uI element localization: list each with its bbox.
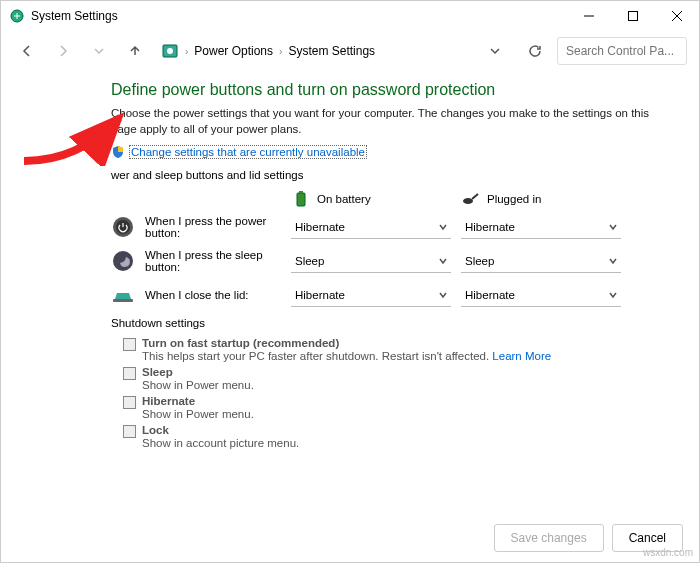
watermark: wsxdn.com [643,547,693,558]
opt-sub: Show in Power menu. [142,408,254,420]
minimize-button[interactable] [567,1,611,31]
close-button[interactable] [655,1,699,31]
power-plugged-dropdown[interactable]: Hibernate [461,215,621,239]
lid-plugged-dropdown[interactable]: Hibernate [461,283,621,307]
opt-sub: This helps start your PC faster after sh… [142,350,551,362]
content: Define power buttons and turn on passwor… [1,71,699,449]
column-headers: On battery Plugged in [291,189,669,209]
sleep-plugged-dropdown[interactable]: Sleep [461,249,621,273]
checkbox-sleep[interactable] [123,367,136,380]
svg-rect-8 [299,191,303,193]
checkbox-fast-startup[interactable] [123,338,136,351]
window-title: System Settings [31,9,567,23]
opt-title: Sleep [142,366,254,378]
row-label: When I close the lid: [145,289,291,301]
shield-icon [111,145,125,159]
column-label: On battery [317,193,371,205]
change-settings-row: Change settings that are currently unava… [111,145,669,159]
opt-title: Lock [142,424,299,436]
maximize-button[interactable] [611,1,655,31]
opt-lock: Lock Show in account picture menu. [123,424,669,449]
save-button[interactable]: Save changes [494,524,604,552]
breadcrumb-icon [161,42,179,60]
svg-rect-13 [113,299,133,302]
breadcrumb-power-options[interactable]: Power Options [194,44,273,58]
chevron-right-icon: › [279,46,282,57]
battery-icon [291,189,311,209]
learn-more-link[interactable]: Learn More [492,350,551,362]
column-label: Plugged in [487,193,541,205]
section-shutdown: Shutdown settings [111,317,669,329]
navbar: › Power Options › System Settings [1,31,699,71]
chevron-right-icon: › [185,46,188,57]
column-plugged-in: Plugged in [461,189,631,209]
lid-battery-dropdown[interactable]: Hibernate [291,283,451,307]
breadcrumb-dropdown[interactable] [481,37,509,65]
sleep-button-icon [111,249,135,273]
breadcrumb-system-settings[interactable]: System Settings [288,44,375,58]
section-buttons-lid: wer and sleep buttons and lid settings [111,169,669,181]
page-heading: Define power buttons and turn on passwor… [111,81,669,99]
svg-point-9 [463,198,473,204]
svg-point-12 [113,251,133,271]
row-label: When I press the sleep button: [145,249,291,273]
opt-sub: Show in account picture menu. [142,437,299,449]
sleep-battery-dropdown[interactable]: Sleep [291,249,451,273]
opt-sub: Show in Power menu. [142,379,254,391]
checkbox-lock[interactable] [123,425,136,438]
laptop-lid-icon [111,283,135,307]
opt-fast-startup: Turn on fast startup (recommended) This … [123,337,669,362]
row-close-lid: When I close the lid: Hibernate Hibernat… [111,283,669,307]
column-on-battery: On battery [291,189,461,209]
svg-rect-7 [297,193,305,206]
svg-point-6 [167,48,173,54]
plug-icon [461,189,481,209]
breadcrumb[interactable]: › Power Options › System Settings [157,37,513,65]
opt-hibernate: Hibernate Show in Power menu. [123,395,669,420]
opt-title: Hibernate [142,395,254,407]
forward-button[interactable] [49,37,77,65]
power-battery-dropdown[interactable]: Hibernate [291,215,451,239]
titlebar: System Settings [1,1,699,31]
app-icon [9,8,25,24]
up-button[interactable] [121,37,149,65]
shutdown-settings: Turn on fast startup (recommended) This … [111,337,669,449]
refresh-button[interactable] [521,37,549,65]
page-description: Choose the power settings that you want … [111,105,669,137]
checkbox-hibernate[interactable] [123,396,136,409]
opt-sleep: Sleep Show in Power menu. [123,366,669,391]
back-button[interactable] [13,37,41,65]
change-settings-link[interactable]: Change settings that are currently unava… [129,145,367,159]
opt-title: Turn on fast startup (recommended) [142,337,551,349]
row-sleep-button: When I press the sleep button: Sleep Sle… [111,249,669,273]
power-button-icon [111,215,135,239]
row-power-button: When I press the power button: Hibernate… [111,215,669,239]
svg-rect-2 [629,12,638,21]
search-input[interactable] [557,37,687,65]
recent-button[interactable] [85,37,113,65]
row-label: When I press the power button: [145,215,291,239]
